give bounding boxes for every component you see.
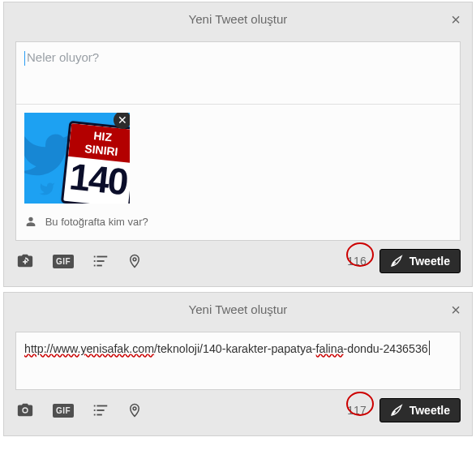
add-image-icon[interactable]	[15, 252, 35, 270]
dialog-title: Yeni Tweet oluştur	[189, 302, 288, 316]
add-gif-button[interactable]: GIF	[53, 404, 74, 418]
text-caret	[24, 51, 25, 66]
close-icon[interactable]: ×	[451, 293, 461, 327]
svg-rect-9	[94, 409, 96, 411]
url-part: http://www.yenisafak.com	[24, 342, 154, 355]
compose-panel: Yeni Tweet oluştur × http://www.yenisafa…	[3, 292, 473, 436]
svg-rect-12	[97, 414, 102, 416]
text-caret	[429, 341, 430, 355]
image-thumbnail[interactable]: HIZ SINIRI 140 ✕	[24, 113, 130, 204]
svg-rect-11	[94, 414, 96, 416]
tweet-button-label: Tweetle	[410, 255, 450, 268]
add-gif-button[interactable]: GIF	[53, 255, 74, 268]
close-icon[interactable]: ×	[451, 2, 461, 36]
textarea-placeholder: Neler oluyor?	[27, 50, 99, 64]
svg-rect-1	[97, 256, 108, 258]
url-part: /teknoloji/140-karakter-papatya-	[154, 342, 316, 355]
sign-number: 140	[64, 156, 130, 202]
compose-box: Neler oluyor? HIZ SINIRI 140 ✕	[15, 41, 461, 241]
quill-icon	[390, 404, 403, 417]
tweet-button[interactable]: Tweetle	[380, 398, 461, 422]
svg-rect-3	[97, 260, 105, 262]
svg-rect-0	[94, 256, 96, 258]
compose-panel: Yeni Tweet oluştur × Neler oluyor? HIZ S…	[3, 2, 473, 287]
tag-prompt-text: Bu fotoğrafta kim var?	[45, 216, 148, 228]
sign-text: SINIRI	[84, 142, 119, 158]
tweet-button[interactable]: Tweetle	[380, 249, 461, 273]
svg-rect-7	[94, 405, 96, 407]
quill-icon	[390, 255, 403, 268]
svg-point-6	[133, 258, 136, 261]
svg-point-13	[133, 407, 136, 410]
dialog-title: Yeni Tweet oluştur	[189, 12, 288, 26]
add-poll-icon[interactable]	[92, 252, 109, 270]
compose-box: http://www.yenisafak.com/teknoloji/140-k…	[15, 332, 461, 390]
svg-rect-5	[97, 265, 102, 267]
tweet-textarea[interactable]: http://www.yenisafak.com/teknoloji/140-k…	[16, 332, 460, 389]
add-location-icon[interactable]	[127, 252, 142, 270]
tag-people-button[interactable]: Bu fotoğrafta kim var?	[16, 212, 460, 240]
dialog-header: Yeni Tweet oluştur ×	[4, 293, 472, 327]
compose-toolbar: GIF 117 Tweetle	[4, 390, 472, 435]
remove-image-icon[interactable]: ✕	[114, 113, 130, 129]
svg-rect-2	[94, 260, 96, 262]
add-poll-icon[interactable]	[92, 401, 109, 419]
svg-rect-10	[97, 409, 105, 411]
url-part: falina	[316, 342, 344, 355]
tweet-button-label: Tweetle	[410, 404, 450, 417]
char-counter: 116	[347, 255, 366, 268]
dialog-header: Yeni Tweet oluştur ×	[4, 2, 472, 36]
char-counter: 117	[347, 404, 366, 417]
gif-icon: GIF	[53, 255, 74, 268]
add-location-icon[interactable]	[127, 401, 142, 419]
url-part: -dondu-2436536	[344, 342, 428, 355]
tweet-textarea[interactable]: Neler oluyor?	[16, 42, 460, 104]
person-tag-icon	[24, 215, 37, 230]
svg-rect-8	[97, 405, 108, 407]
svg-rect-4	[94, 265, 96, 267]
sign-text: HIZ	[93, 129, 113, 144]
gif-icon: GIF	[53, 404, 74, 418]
media-attachments: HIZ SINIRI 140 ✕	[16, 105, 460, 212]
twitter-bird-icon	[36, 181, 58, 197]
speed-limit-sign: HIZ SINIRI 140	[61, 121, 130, 204]
compose-toolbar: GIF 116 Tweetle	[4, 241, 472, 286]
add-image-icon[interactable]	[15, 401, 35, 419]
